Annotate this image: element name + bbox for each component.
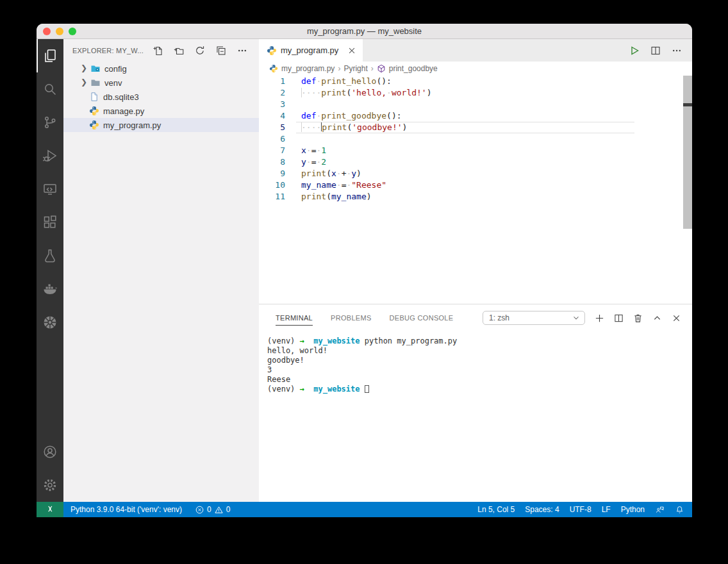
activity-search-icon[interactable] — [37, 72, 63, 106]
terminal-output[interactable]: (venv) → my_website python my_program.py… — [259, 331, 692, 394]
code-line-6[interactable] — [301, 133, 633, 145]
code-token: (): — [386, 111, 401, 120]
code-editor[interactable]: 1234567891011 def·print_hello():····prin… — [259, 76, 692, 304]
folder-config-icon — [90, 63, 101, 74]
file-tree: ❯config❯venvdb.sqlite3manage.pymy_progra… — [63, 62, 259, 132]
run-python-file-icon[interactable] — [629, 46, 640, 56]
line-number: 2 — [259, 87, 296, 99]
code-token: 'hello, — [351, 88, 386, 97]
editor-group: my_program.py my_program.py › Pyright › … — [259, 39, 692, 502]
language-mode[interactable]: Python — [621, 505, 645, 514]
code-line-11[interactable]: print(my_name) — [301, 191, 633, 203]
status-right: Ln 5, Col 5Spaces: 4UTF-8LFPython — [477, 505, 692, 515]
code-line-10[interactable]: my_name·=·"Reese" — [301, 179, 633, 191]
breadcrumb-file[interactable]: my_program.py — [281, 64, 335, 73]
more-actions-icon[interactable] — [672, 46, 682, 56]
terminal-text: my_website — [313, 385, 360, 394]
collapse-all-icon[interactable] — [216, 46, 226, 56]
panel-tab-problems[interactable]: PROBLEMS — [331, 310, 372, 326]
line-number: 10 — [259, 179, 296, 191]
notifications-bell-icon[interactable] — [675, 505, 684, 515]
error-icon — [195, 505, 204, 515]
activity-extensions-icon[interactable] — [37, 206, 63, 239]
activity-accounts-icon[interactable] — [37, 435, 63, 469]
tab-my-program[interactable]: my_program.py — [259, 39, 363, 62]
new-folder-icon[interactable] — [174, 46, 184, 56]
tree-item-label: db.sqlite3 — [103, 92, 139, 102]
shell-select-value: 1: zsh — [489, 313, 509, 322]
new-terminal-icon[interactable] — [595, 313, 604, 323]
warning-count: 0 — [226, 505, 231, 514]
traffic-lights — [43, 28, 76, 35]
minimap[interactable] — [633, 76, 683, 114]
code-token: print_goodbye — [321, 111, 386, 120]
code-token: (): — [376, 76, 391, 86]
remote-indicator[interactable] — [37, 502, 63, 517]
terminal-text: hello, world! — [267, 346, 327, 355]
code-token: ) — [402, 122, 408, 132]
activity-bar — [37, 39, 63, 502]
activity-testing-icon[interactable] — [37, 239, 63, 272]
zoom-window-button[interactable] — [69, 28, 76, 35]
activity-docker-icon[interactable] — [37, 272, 63, 306]
activity-explorer-icon[interactable] — [37, 39, 63, 72]
tree-item-venv[interactable]: ❯venv — [63, 76, 259, 90]
code-line-8[interactable]: y·=·2 — [301, 156, 633, 168]
eol[interactable]: LF — [602, 505, 611, 514]
breadcrumb-scope[interactable]: Pyright — [343, 64, 367, 73]
code-line-2[interactable]: ····print('hello,·world!') — [301, 87, 633, 99]
code-token: 1 — [321, 145, 326, 155]
terminal-text: → — [300, 336, 304, 345]
feedback-icon[interactable] — [655, 505, 665, 515]
activity-kubernetes-icon[interactable] — [37, 306, 63, 339]
indentation[interactable]: Spaces: 4 — [525, 505, 559, 514]
activity-remote-explorer-icon[interactable] — [37, 172, 63, 206]
cursor-position[interactable]: Ln 5, Col 5 — [477, 505, 515, 514]
terminal-text: 3 — [267, 365, 272, 374]
kill-terminal-icon[interactable] — [633, 313, 643, 323]
maximize-panel-icon[interactable] — [652, 313, 662, 323]
breadcrumb-symbol[interactable]: print_goodbye — [389, 64, 438, 73]
code-line-9[interactable]: print(x·+·y) — [301, 168, 633, 179]
window-title: my_program.py — my_website — [307, 26, 422, 36]
code-token: print — [301, 192, 326, 201]
split-terminal-icon[interactable] — [614, 313, 624, 323]
terminal-shell-select[interactable]: 1: zsh — [483, 311, 585, 325]
code-line-5[interactable]: ····print('goodbye!') — [301, 122, 633, 133]
tree-item-my_program.py[interactable]: my_program.py — [63, 118, 259, 132]
code-token: ) — [427, 88, 432, 97]
tree-item-config[interactable]: ❯config — [63, 62, 259, 76]
split-editor-icon[interactable] — [650, 46, 661, 56]
more-icon[interactable] — [237, 46, 247, 56]
panel-tab-debug-console[interactable]: DEBUG CONSOLE — [390, 310, 454, 326]
panel-tab-terminal[interactable]: TERMINAL — [276, 310, 313, 326]
activity-settings-icon[interactable] — [37, 469, 63, 502]
close-panel-icon[interactable] — [672, 313, 681, 323]
python-interpreter[interactable]: Python 3.9.0 64-bit ('venv': venv) — [70, 505, 182, 514]
code-line-1[interactable]: def·print_hello(): — [301, 76, 633, 87]
tree-item-db.sqlite3[interactable]: db.sqlite3 — [63, 90, 259, 104]
code-token: · — [306, 145, 311, 155]
editor-scrollbar[interactable] — [683, 76, 692, 229]
terminal-text: goodbye! — [267, 356, 304, 365]
tree-item-manage.py[interactable]: manage.py — [63, 104, 259, 118]
activity-run-debug-icon[interactable] — [37, 139, 63, 172]
close-window-button[interactable] — [43, 28, 51, 35]
code-line-4[interactable]: def·print_goodbye(): — [301, 110, 633, 122]
title-bar[interactable]: my_program.py — my_website — [37, 24, 692, 39]
code-line-3[interactable] — [301, 99, 633, 110]
activity-source-control-icon[interactable] — [37, 106, 63, 139]
breadcrumb-separator: › — [338, 64, 340, 73]
close-tab-icon[interactable] — [347, 46, 356, 55]
remote-icon — [46, 504, 54, 515]
panel-header: TERMINALPROBLEMSDEBUG CONSOLE 1: zsh — [259, 304, 692, 331]
new-file-icon[interactable] — [153, 46, 163, 56]
explorer-header: EXPLORER: MY_W... — [63, 39, 259, 62]
code-token: ) — [367, 192, 372, 201]
panel-tabs: TERMINALPROBLEMSDEBUG CONSOLE — [276, 310, 453, 326]
minimize-window-button[interactable] — [56, 28, 63, 35]
refresh-icon[interactable] — [195, 46, 205, 56]
problems-indicator[interactable]: 0 0 — [195, 505, 230, 515]
code-line-7[interactable]: x·=·1 — [301, 145, 633, 156]
encoding[interactable]: UTF-8 — [570, 505, 592, 514]
